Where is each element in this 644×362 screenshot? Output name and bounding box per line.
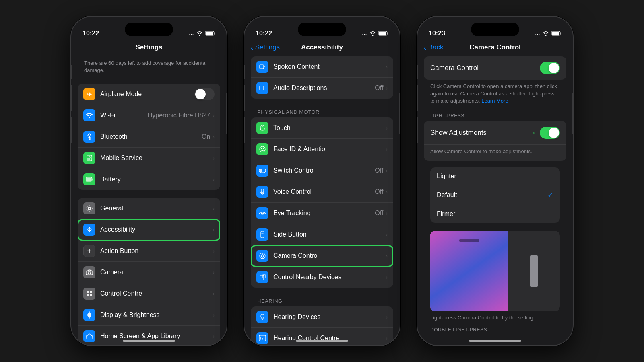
side-button-chevron: › bbox=[386, 231, 388, 238]
camera-chevron: › bbox=[213, 269, 215, 276]
acc-hearing-control[interactable]: Hearing Control Centre › bbox=[251, 328, 393, 345]
settings-item-controlcentre[interactable]: Control Centre › bbox=[78, 283, 220, 304]
phone2-wrapper: 10:22 ··· ‹ Settings Accessibility bbox=[244, 16, 400, 346]
home-indicator-2 bbox=[296, 340, 348, 342]
acc-switch-control[interactable]: Switch Control Off › bbox=[251, 160, 393, 181]
touch-icon bbox=[256, 122, 268, 134]
acc-spoken-content[interactable]: Spoken Content › bbox=[251, 56, 393, 78]
controlcentre-chevron: › bbox=[213, 290, 215, 297]
general-label: General bbox=[100, 205, 213, 212]
wifi-icon-3 bbox=[543, 31, 549, 37]
settings-item-mobile[interactable]: Mobile Service › bbox=[78, 148, 220, 169]
phone2-title: Accessibility bbox=[301, 43, 343, 51]
cc-option-firmer[interactable]: Firmer bbox=[430, 205, 560, 223]
eye-tracking-chevron: › bbox=[386, 210, 388, 216]
controlcentre-label: Control Centre bbox=[100, 290, 213, 297]
phone1: 10:22 ··· Settings There are 60 days lef… bbox=[70, 16, 227, 346]
voice-control-chevron: › bbox=[386, 189, 388, 195]
settings-item-battery[interactable]: Battery › bbox=[78, 169, 220, 190]
cc-lightpress-label: LIGHT-PRESS bbox=[424, 113, 566, 121]
svg-rect-73 bbox=[552, 32, 559, 35]
status-time-1: 10:22 bbox=[83, 30, 99, 37]
settings-item-camera[interactable]: Camera › bbox=[78, 262, 220, 283]
spoken-icon bbox=[256, 61, 268, 73]
acc-camera-control[interactable]: Camera Control › bbox=[251, 245, 393, 267]
audio-desc-icon bbox=[256, 82, 268, 94]
battery-label: Battery bbox=[100, 176, 213, 183]
svg-point-15 bbox=[88, 272, 91, 274]
airplane-icon: ✈ bbox=[83, 88, 95, 100]
svg-rect-45 bbox=[261, 189, 264, 193]
phone3: 10:23 ··· ‹ Back Camera Control bbox=[417, 16, 574, 346]
eye-tracking-label: Eye Tracking bbox=[273, 210, 375, 217]
wifi-settings-icon bbox=[83, 109, 95, 121]
side-button-label: Side Button bbox=[273, 231, 386, 238]
signal-dots-1: ··· bbox=[189, 32, 194, 37]
spoken-label: Spoken Content bbox=[273, 63, 386, 70]
hearing-devices-icon bbox=[256, 311, 268, 323]
settings-item-bluetooth[interactable]: Bluetooth On › bbox=[78, 126, 220, 148]
svg-rect-37 bbox=[260, 86, 264, 90]
svg-point-48 bbox=[262, 213, 263, 214]
acc-audio-descriptions[interactable]: Audio Descriptions Off › bbox=[251, 78, 393, 99]
hearing-devices-label: Hearing Devices bbox=[273, 313, 386, 321]
bluetooth-label: Bluetooth bbox=[100, 133, 202, 140]
phone2-back-label: Settings bbox=[255, 43, 280, 51]
cc-option-default[interactable]: Default ✓ bbox=[430, 185, 560, 205]
acc-touch[interactable]: Touch › bbox=[251, 117, 393, 139]
cc-main-toggle-row: Camera Control bbox=[424, 56, 566, 80]
svg-rect-16 bbox=[87, 291, 89, 293]
dynamic-island-3 bbox=[471, 23, 519, 36]
settings-notice: There are 60 days left to add coverage f… bbox=[78, 56, 220, 77]
cc-image-caption: Light-press Camera Control to try the se… bbox=[424, 311, 566, 324]
acc-voice-control[interactable]: Voice Control Off › bbox=[251, 181, 393, 203]
cc-main-toggle-label: Camera Control bbox=[430, 64, 479, 72]
phone3-back-chevron: ‹ bbox=[424, 43, 427, 51]
cc-adjustments-desc: Allow Camera Control to make adjustments… bbox=[430, 148, 560, 155]
acc-side-button[interactable]: Side Button › bbox=[251, 224, 393, 245]
phone3-back-button[interactable]: ‹ Back bbox=[424, 43, 443, 51]
acc-nearby-devices[interactable]: Control Nearby Devices › bbox=[251, 267, 393, 288]
hearing-devices-chevron: › bbox=[386, 314, 388, 320]
nearby-devices-label: Control Nearby Devices bbox=[273, 274, 386, 281]
cc-learn-more-link[interactable]: Learn More bbox=[481, 98, 508, 104]
settings-item-airplane[interactable]: ✈ Airplane Mode bbox=[78, 84, 220, 105]
accessibility-vision-group: Spoken Content › Audio Descriptions Off … bbox=[251, 56, 393, 99]
audio-desc-value: Off bbox=[375, 84, 383, 92]
svg-rect-49 bbox=[261, 231, 264, 238]
bluetooth-icon bbox=[83, 131, 95, 143]
airplane-toggle[interactable] bbox=[194, 88, 215, 100]
bluetooth-chevron: › bbox=[213, 134, 215, 140]
settings-item-general[interactable]: General › bbox=[78, 198, 220, 219]
cc-option-lighter[interactable]: Lighter bbox=[430, 167, 560, 185]
battery-settings-icon bbox=[83, 173, 95, 185]
mobile-icon bbox=[83, 152, 95, 164]
settings-item-action[interactable]: + Action Button › bbox=[78, 241, 220, 262]
cc-main-toggle[interactable] bbox=[540, 62, 560, 74]
touch-chevron: › bbox=[386, 125, 388, 131]
svg-rect-9 bbox=[86, 178, 91, 181]
touch-label: Touch bbox=[273, 124, 386, 132]
hearing-control-icon bbox=[256, 332, 268, 344]
status-icons-1: ··· bbox=[189, 31, 215, 37]
svg-rect-56 bbox=[263, 274, 265, 278]
acc-faceid[interactable]: Face ID & Attention › bbox=[251, 139, 393, 160]
audio-desc-label: Audio Descriptions bbox=[273, 84, 375, 92]
settings-item-accessibility[interactable]: Accessibility › bbox=[78, 219, 220, 241]
acc-hearing-devices[interactable]: Hearing Devices › bbox=[251, 306, 393, 328]
settings-item-homescreen[interactable]: Home Screen & App Library › bbox=[78, 326, 220, 345]
phone3-back-label: Back bbox=[428, 43, 444, 51]
svg-point-11 bbox=[88, 207, 91, 210]
phone2-back-button[interactable]: ‹ Settings bbox=[251, 43, 280, 51]
eye-tracking-icon bbox=[256, 207, 268, 219]
physical-motor-header: PHYSICAL AND MOTOR bbox=[251, 107, 393, 117]
cc-adjustments-toggle[interactable] bbox=[540, 127, 560, 139]
settings-item-wifi[interactable]: Wi-Fi Hyperopic Fibre D827 › bbox=[78, 105, 220, 126]
svg-rect-17 bbox=[90, 291, 92, 293]
svg-rect-74 bbox=[561, 33, 561, 35]
settings-item-display[interactable]: Display & Brightness › bbox=[78, 304, 220, 326]
phone3-wrapper: 10:23 ··· ‹ Back Camera Control bbox=[417, 16, 574, 346]
accessibility-label: Accessibility bbox=[100, 226, 213, 233]
acc-eye-tracking[interactable]: Eye Tracking Off › bbox=[251, 203, 393, 224]
cc-image-preview bbox=[430, 231, 560, 311]
